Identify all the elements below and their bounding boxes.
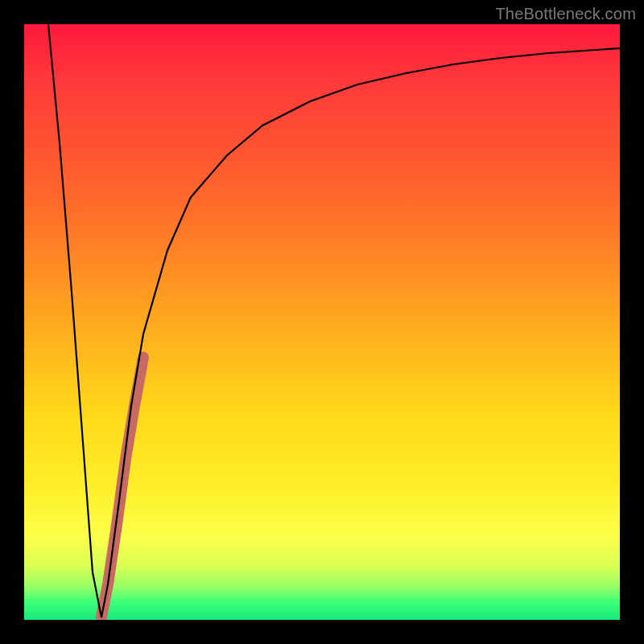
curve-layer (24, 24, 620, 620)
chart-frame: TheBottleneck.com (0, 0, 644, 644)
plot-area (24, 24, 620, 620)
watermark-text: TheBottleneck.com (495, 5, 636, 23)
highlight-segment (101, 357, 143, 617)
v-curve (48, 24, 620, 617)
